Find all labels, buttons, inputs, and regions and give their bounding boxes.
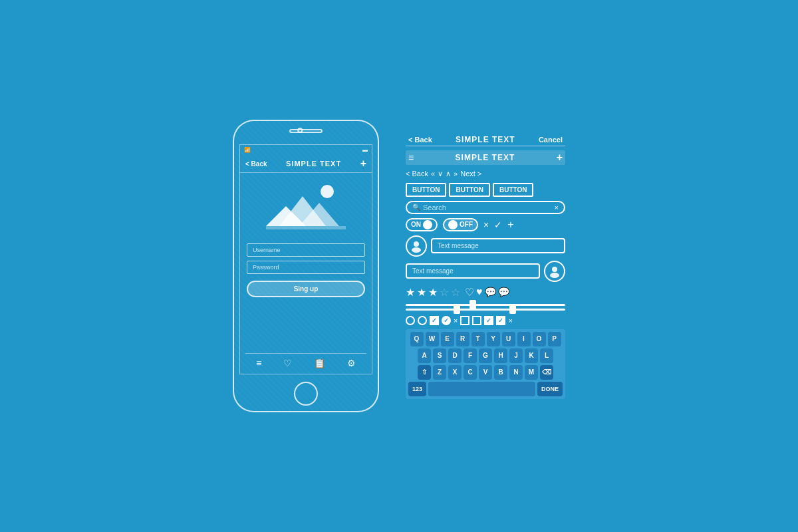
key-f[interactable]: F xyxy=(464,348,477,363)
avatar-left xyxy=(406,235,427,257)
signup-button[interactable]: Sing up xyxy=(247,281,365,297)
button-3[interactable]: BUTTON xyxy=(493,183,533,197)
star-5[interactable]: ☆ xyxy=(451,286,460,299)
toggle-on-thumb xyxy=(423,220,432,229)
phone-screen: 📶 ▬ < Back SIMPLE TEXT + xyxy=(239,144,372,374)
ui-cancel-1[interactable]: Cancel xyxy=(539,136,563,144)
key-g[interactable]: G xyxy=(479,348,492,363)
slider-2-thumb-1[interactable] xyxy=(454,305,460,314)
toggle-on[interactable]: ON xyxy=(406,218,438,231)
key-n[interactable]: N xyxy=(509,365,523,380)
key-123[interactable]: 123 xyxy=(408,382,426,396)
toggle-off-thumb xyxy=(448,220,458,229)
svg-point-6 xyxy=(412,247,421,253)
menu-icon[interactable]: ≡ xyxy=(256,358,261,368)
settings-icon[interactable]: ⚙ xyxy=(347,358,356,368)
pag-next2[interactable]: » xyxy=(454,170,458,178)
phone-home-button[interactable] xyxy=(294,382,318,406)
key-m[interactable]: M xyxy=(525,365,538,380)
star-4[interactable]: ☆ xyxy=(440,286,449,299)
pag-down[interactable]: ∨ xyxy=(438,170,443,178)
key-v[interactable]: V xyxy=(479,365,492,380)
toggle-row: ON OFF × ✓ + xyxy=(406,218,565,231)
ui-title-1: SIMPLE TEXT xyxy=(456,135,515,144)
key-p[interactable]: P xyxy=(548,332,561,346)
star-3[interactable]: ★ xyxy=(428,286,438,299)
pag-up[interactable]: ∧ xyxy=(446,170,451,178)
key-e[interactable]: E xyxy=(441,332,454,346)
plus-icon[interactable]: + xyxy=(507,219,513,231)
heart-icon[interactable]: ♡ xyxy=(283,358,292,368)
ui-navbar-1: < Back SIMPLE TEXT Cancel xyxy=(406,134,565,146)
search-icon: 🔍 xyxy=(412,203,420,211)
key-s[interactable]: S xyxy=(433,348,446,363)
key-backspace[interactable]: ⌫ xyxy=(540,365,553,380)
bubble-filled[interactable]: 💬 xyxy=(498,287,509,297)
pag-prev2[interactable]: « xyxy=(431,170,435,178)
checkbox-checked-1[interactable]: ✓ xyxy=(484,316,493,325)
phone-back-button[interactable]: < Back xyxy=(245,160,267,168)
key-b[interactable]: B xyxy=(494,365,507,380)
key-l[interactable]: L xyxy=(540,348,553,363)
key-i[interactable]: I xyxy=(517,332,531,346)
star-1[interactable]: ★ xyxy=(406,286,415,299)
username-input[interactable]: Username xyxy=(247,243,365,257)
search-clear-icon[interactable]: × xyxy=(555,203,559,211)
toggle-off[interactable]: OFF xyxy=(443,218,478,231)
key-h[interactable]: H xyxy=(494,348,507,363)
pag-back[interactable]: < Back xyxy=(406,170,428,178)
ui-toolbar-1: ≡ SIMPLE TEXT + xyxy=(406,150,565,165)
key-j[interactable]: J xyxy=(509,348,523,363)
heart-outline[interactable]: ♡ xyxy=(465,286,474,299)
phone-add-button[interactable]: + xyxy=(360,158,366,170)
radio-empty-1[interactable] xyxy=(406,316,415,325)
message-input-2[interactable]: Text message xyxy=(406,263,540,279)
key-q[interactable]: Q xyxy=(410,332,424,346)
key-space[interactable] xyxy=(428,382,535,396)
cb-x-2: × xyxy=(508,317,512,325)
add-icon-2[interactable]: + xyxy=(557,152,563,164)
cb-separator: × xyxy=(454,317,458,325)
checkbox-empty-1[interactable] xyxy=(460,316,469,325)
key-c[interactable]: C xyxy=(464,365,477,380)
key-r[interactable]: R xyxy=(456,332,469,346)
key-d[interactable]: D xyxy=(448,348,462,363)
key-shift[interactable]: ⇧ xyxy=(418,365,431,380)
key-y[interactable]: Y xyxy=(487,332,500,346)
key-x[interactable]: X xyxy=(448,365,462,380)
ui-back-1[interactable]: < Back xyxy=(408,136,432,144)
pag-next[interactable]: Next > xyxy=(460,170,481,178)
heart-filled[interactable]: ♥ xyxy=(476,286,483,298)
keyboard-row-2: A S D F G H J K L xyxy=(408,348,563,363)
buttons-row: BUTTON BUTTON BUTTON xyxy=(406,183,565,197)
button-2[interactable]: BUTTON xyxy=(449,183,489,197)
star-2[interactable]: ★ xyxy=(417,286,426,299)
key-z[interactable]: Z xyxy=(433,365,446,380)
key-a[interactable]: A xyxy=(418,348,431,363)
bubble-outline[interactable]: 💬 xyxy=(485,287,496,297)
notes-icon[interactable]: 📋 xyxy=(314,358,325,368)
key-o[interactable]: O xyxy=(533,332,546,346)
phone-speaker xyxy=(289,129,323,133)
radio-empty-2[interactable] xyxy=(418,316,427,325)
search-placeholder: Search xyxy=(423,203,446,211)
key-t[interactable]: T xyxy=(471,332,485,346)
phone-bottom-nav: ≡ ♡ 📋 ⚙ xyxy=(245,353,366,368)
radio-checked-1[interactable]: ✓ xyxy=(430,316,439,325)
slider-2-thumb-2[interactable] xyxy=(509,305,516,314)
search-bar[interactable]: 🔍 Search × xyxy=(406,201,565,214)
radio-checked-2[interactable]: ✓ xyxy=(442,316,451,325)
key-u[interactable]: U xyxy=(502,332,515,346)
key-done[interactable]: DONE xyxy=(537,382,563,396)
message-input-1[interactable]: Text message xyxy=(431,238,565,253)
keyboard: Q W E R T Y U I O P A S D F G H J K L xyxy=(406,329,565,399)
button-1[interactable]: BUTTON xyxy=(406,183,446,197)
slider-1-thumb[interactable] xyxy=(469,300,476,309)
key-k[interactable]: K xyxy=(525,348,538,363)
menu-icon-2[interactable]: ≡ xyxy=(408,152,414,163)
password-input[interactable]: Password xyxy=(247,261,365,274)
checkbox-empty-2[interactable] xyxy=(472,316,481,325)
key-w[interactable]: W xyxy=(426,332,439,346)
keyboard-row-4: 123 DONE xyxy=(408,382,563,396)
checkbox-checked-2[interactable]: ✓ xyxy=(496,316,505,325)
